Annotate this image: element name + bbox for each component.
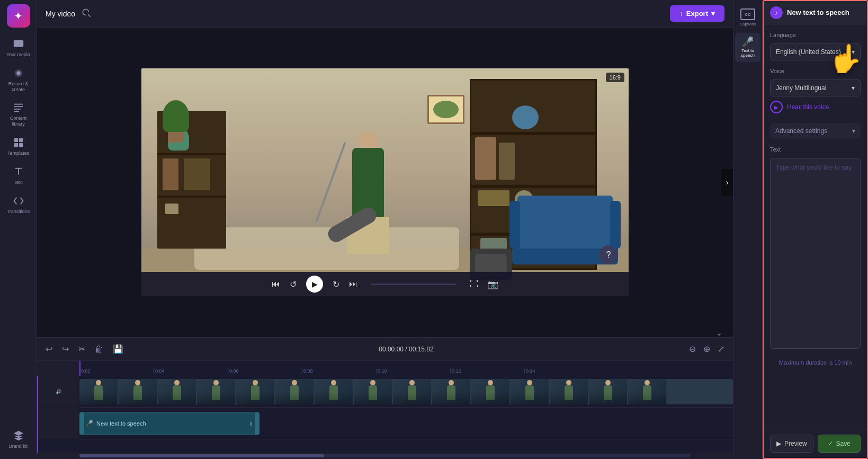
sidebar-item-your-media[interactable]: Your media (2, 34, 35, 62)
timeline-toolbar: ↩ ↪ ✂ 🗑 💾 00:00.00 / 00:15.82 ⊖ ⊕ ⤢ (37, 338, 733, 361)
language-label: Language (770, 32, 861, 38)
tts-header: ♪ New text to speech (764, 1, 867, 24)
thumb-13 (550, 379, 588, 404)
thumb-4 (197, 379, 235, 404)
language-select[interactable]: English (United States) ▾ (770, 43, 861, 60)
svg-rect-4 (14, 109, 21, 110)
sidebar-item-text[interactable]: Text (2, 162, 35, 190)
thumb-3 (158, 379, 196, 404)
content-library-icon (13, 102, 24, 113)
project-title[interactable]: My video (46, 10, 75, 18)
redo-button[interactable]: ↪ (60, 342, 71, 356)
preview-button[interactable]: ▶ Preview (770, 435, 813, 453)
play-button[interactable]: ▶ (306, 276, 323, 293)
tts-header-icon: ♪ (770, 6, 783, 19)
undo-button[interactable]: ↩ (43, 342, 55, 356)
video-scene (141, 68, 629, 296)
export-button[interactable]: ↑ Export ▾ (670, 5, 724, 22)
camera-button[interactable]: 📷 (488, 279, 498, 289)
text-to-speech-icon: 🎤 (742, 37, 754, 47)
help-button[interactable]: ? (599, 245, 618, 264)
expand-timeline-button[interactable]: ⤢ (715, 342, 727, 356)
fullscreen-button[interactable]: ⛶ (470, 279, 478, 289)
sidebar-item-brand-kit[interactable]: Brand kit (2, 426, 35, 454)
advanced-settings-chevron-icon: ▾ (852, 127, 855, 135)
sidebar: ✦ Your media Record & create Content lib… (0, 0, 37, 459)
aspect-ratio-badge: 16:9 (606, 73, 624, 82)
sidebar-item-label-text: Text (14, 180, 23, 186)
ruler-mark-0: 0:02 (79, 368, 154, 374)
voice-select[interactable]: Jenny Multilingual ▾ (770, 80, 861, 96)
ruler-mark-6: 0:14 (524, 368, 598, 374)
voice-chevron-icon: ▾ (852, 84, 855, 92)
delete-button[interactable]: 🗑 (93, 342, 105, 356)
topbar: My video ↑ Export ▾ (37, 0, 733, 28)
preview-chevron-down[interactable]: ⌄ (716, 329, 722, 337)
save-timeline-button[interactable]: 💾 (111, 342, 126, 356)
svg-rect-6 (14, 138, 17, 142)
sidebar-item-record[interactable]: Record & create (2, 63, 35, 97)
save-icon[interactable] (82, 8, 91, 20)
right-tabs: CC Captions 🎤 Text to speech (733, 0, 762, 459)
speech-clip-handle-left[interactable] (80, 412, 84, 435)
ruler-mark-5: 0:12 (450, 368, 524, 374)
ruler-marks: 0:02 0:04 0:06 0:08 0:10 0:12 0:14 (79, 361, 598, 376)
tts-footer: ▶ Preview ✓ Save (764, 429, 867, 458)
captions-tab-label: Captions (739, 22, 756, 27)
scrollbar-thumb[interactable] (79, 454, 324, 457)
hear-voice-play-icon: ▶ (770, 101, 783, 113)
speech-track-clip-label: New text to speech (96, 420, 146, 427)
video-track: 🔊 (79, 376, 733, 408)
hear-voice-button[interactable]: ▶ Hear this voice (770, 99, 861, 116)
ruler-mark-3: 0:08 (302, 368, 376, 374)
transitions-icon (13, 195, 24, 207)
timeline-playhead[interactable] (79, 361, 80, 376)
speech-icon: 🎤 (85, 420, 93, 427)
main-area: My video ↑ Export ▾ (37, 0, 733, 459)
max-duration-text: Maximum duration is 10 min (770, 356, 861, 369)
scrollbar-track[interactable] (79, 454, 691, 457)
speech-pause-icon: ⏸ (248, 421, 254, 427)
video-container: 16:9 ⏮ ↺ ▶ ↻ ⏭ ⛶ 📷 ? (141, 68, 629, 296)
tts-text-input[interactable] (770, 158, 861, 349)
tts-panel-wrapper: ♪ New text to speech Language English (U… (762, 0, 868, 459)
sidebar-item-transitions[interactable]: Transitions (2, 191, 35, 219)
text-section: Text (770, 146, 861, 349)
voice-section: Voice Jenny Multilingual ▾ ▶ Hear this v… (770, 68, 861, 116)
skip-back-button[interactable]: ⏮ (272, 279, 280, 289)
record-icon (13, 67, 24, 79)
svg-rect-8 (14, 143, 17, 147)
zoom-out-button[interactable]: ⊖ (687, 342, 698, 356)
ruler-mark-1: 0:04 (154, 368, 228, 374)
sidebar-item-label-brand: Brand kit (9, 444, 28, 449)
sofa (517, 196, 613, 264)
tab-captions[interactable]: CC Captions (735, 4, 760, 31)
templates-icon (13, 137, 24, 148)
captions-icon: CC (740, 8, 755, 20)
save-button[interactable]: ✓ Save (818, 435, 861, 453)
cut-button[interactable]: ✂ (76, 342, 87, 356)
zoom-in-button[interactable]: ⊕ (701, 342, 712, 356)
app-logo[interactable]: ✦ (7, 4, 30, 28)
sidebar-item-content-library[interactable]: Content library (2, 98, 35, 131)
svg-rect-9 (19, 143, 22, 147)
preview-icon: ▶ (776, 440, 781, 447)
thumb-15 (628, 379, 666, 404)
skip-forward-button[interactable]: ⏭ (349, 279, 357, 289)
advanced-settings-toggle[interactable]: Advanced settings ▾ (770, 123, 861, 139)
video-track-clip[interactable] (79, 379, 733, 404)
video-frame: 16:9 (141, 68, 629, 296)
replay-button[interactable]: ↺ (290, 279, 297, 289)
thumb-11 (471, 379, 509, 404)
speech-track-clip[interactable]: 🎤 New text to speech ⏸ (79, 412, 259, 435)
thumb-12 (511, 379, 549, 404)
speech-clip-handle-right[interactable] (255, 412, 259, 435)
timeline-scrollbar (37, 453, 733, 459)
timeline-zoom: ⊖ ⊕ ⤢ (687, 342, 727, 356)
sidebar-item-templates[interactable]: Templates (2, 133, 35, 161)
tab-text-to-speech[interactable]: 🎤 Text to speech (735, 33, 760, 62)
save-check-icon: ✓ (828, 440, 833, 447)
plant-decoration (163, 100, 189, 143)
preview-arrow-right[interactable]: › (721, 169, 733, 196)
forward-button[interactable]: ↻ (333, 279, 339, 289)
